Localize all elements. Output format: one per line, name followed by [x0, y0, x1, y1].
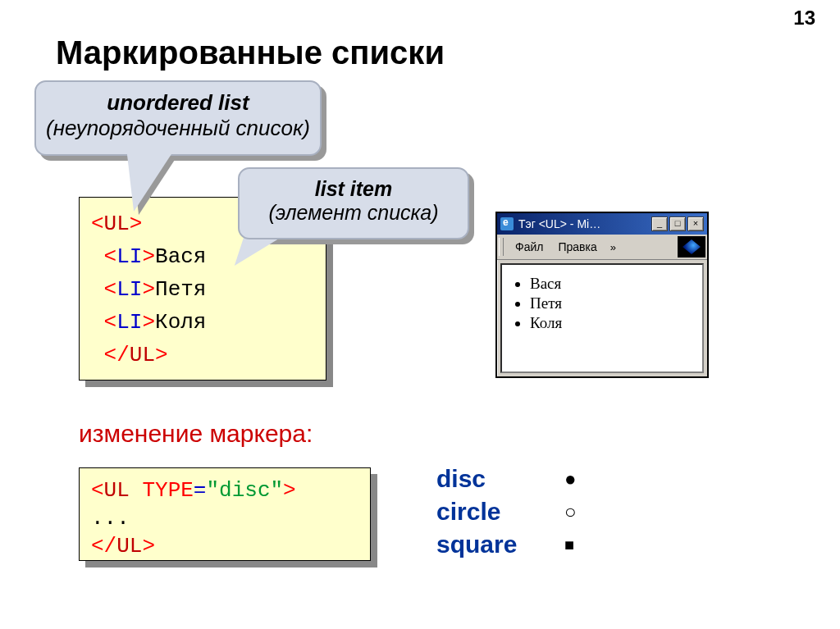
callout-line: list item: [240, 177, 468, 201]
code-line: ...: [91, 504, 358, 532]
ie-icon: [500, 217, 514, 230]
menu-overflow[interactable]: »: [605, 239, 621, 255]
window-title: Тэг <UL> - Mi…: [518, 217, 651, 230]
code-line: <UL TYPE="disc">: [91, 476, 358, 504]
menubar: Файл Правка »: [497, 235, 707, 260]
callout-unordered-list: unordered list (неупорядоченный список): [34, 80, 322, 156]
callout-tail: [119, 154, 171, 212]
code-line: </UL>: [91, 532, 358, 560]
browser-viewport: Вася Петя Коля: [500, 263, 704, 373]
menu-file[interactable]: Файл: [509, 239, 550, 255]
throbber-icon: [678, 236, 705, 258]
subheading-marker-change: изменение маркера:: [79, 420, 313, 448]
rendered-list: Вася Петя Коля: [530, 275, 697, 332]
toolbar-grip: [499, 238, 504, 256]
disc-icon: ●: [564, 467, 577, 490]
titlebar: Тэг <UL> - Mi… _ □ ×: [497, 213, 707, 235]
legend-row: disc ●: [436, 463, 577, 495]
square-icon: ■: [564, 536, 574, 554]
list-item: Петя: [530, 294, 697, 312]
code-line: </UL>: [91, 339, 314, 371]
page-number: 13: [793, 7, 815, 30]
close-button[interactable]: ×: [687, 217, 704, 231]
minimize-button[interactable]: _: [651, 217, 668, 231]
browser-window: Тэг <UL> - Mi… _ □ × Файл Правка » Вася …: [495, 212, 709, 378]
code-line: <LI>Петя: [91, 273, 314, 306]
callout-line: (неупорядоченный список): [36, 116, 320, 141]
callout-list-item: list item (элемент списка): [238, 167, 469, 239]
callout-line: unordered list: [36, 90, 320, 116]
legend-row: circle ○: [436, 495, 577, 528]
legend-label-disc: disc: [436, 465, 564, 493]
list-item: Вася: [530, 275, 697, 293]
callout-line: (элемент списка): [240, 201, 468, 225]
legend-label-circle: circle: [436, 498, 564, 526]
page-title: Маркированные списки: [56, 34, 445, 71]
legend-row: square ■: [436, 528, 577, 561]
circle-icon: ○: [564, 500, 577, 523]
maximize-button[interactable]: □: [669, 217, 686, 231]
code-example-type: <UL TYPE="disc"> ... </UL>: [79, 467, 371, 561]
menu-edit[interactable]: Правка: [551, 239, 603, 255]
marker-legend: disc ● circle ○ square ■: [436, 463, 577, 561]
legend-label-square: square: [436, 531, 564, 558]
list-item: Коля: [530, 314, 697, 332]
code-line: <LI>Коля: [91, 306, 314, 339]
